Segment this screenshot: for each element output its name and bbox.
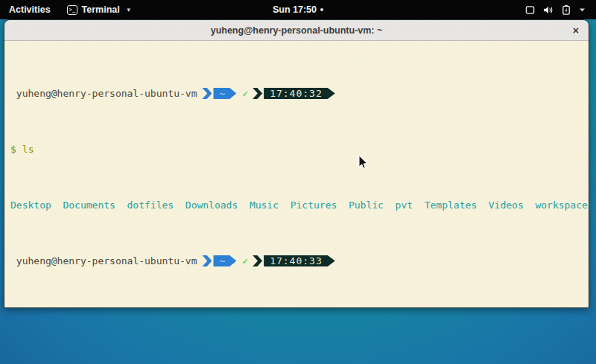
ls-output: Desktop Documents dotfiles Downloads Mus… bbox=[10, 199, 586, 211]
powerline-chevron-icon bbox=[202, 255, 212, 266]
clock-label[interactable]: Sun 17:50 bbox=[273, 4, 317, 15]
status-check-icon: ✓ bbox=[242, 255, 248, 266]
battery-charging-icon bbox=[562, 4, 571, 15]
prompt-user-host: yuheng@henry-personal-ubuntu-vm bbox=[10, 88, 197, 99]
top-bar: Activities >_ Terminal ▼ Sun 17:50 bbox=[0, 0, 596, 19]
powerline-chevron-icon bbox=[202, 88, 212, 99]
prompt-line-2: yuheng@henry-personal-ubuntu-vm ~ ✓ 17:4… bbox=[10, 255, 586, 266]
system-status-area[interactable] bbox=[519, 0, 592, 19]
activities-button[interactable]: Activities bbox=[0, 0, 60, 19]
command-line: $ ls bbox=[10, 144, 586, 155]
app-menu-terminal[interactable]: >_ Terminal ▼ bbox=[60, 0, 139, 19]
prompt-cwd-segment: ~ bbox=[213, 88, 236, 99]
window-title: yuheng@henry-personal-ubuntu-vm: ~ bbox=[211, 25, 383, 36]
powerline-chevron-icon bbox=[253, 88, 262, 99]
prompt-user-host: yuheng@henry-personal-ubuntu-vm bbox=[10, 255, 197, 266]
chevron-down-icon: ▼ bbox=[126, 7, 132, 13]
volume-icon bbox=[543, 5, 554, 15]
chevron-down-icon bbox=[579, 7, 586, 13]
screen-icon bbox=[525, 5, 535, 15]
typed-command: ls bbox=[22, 144, 34, 155]
terminal-screen[interactable]: yuheng@henry-personal-ubuntu-vm ~ ✓ 17:4… bbox=[4, 41, 589, 307]
powerline-chevron-icon bbox=[253, 255, 262, 266]
notification-dot-icon bbox=[320, 8, 323, 11]
terminal-icon: >_ bbox=[67, 5, 77, 15]
app-menu-label: Terminal bbox=[82, 4, 120, 15]
window-titlebar[interactable]: yuheng@henry-personal-ubuntu-vm: ~ × bbox=[4, 20, 589, 41]
prompt-time-segment: 17:40:32 bbox=[264, 88, 335, 99]
prompt-cwd-segment: ~ bbox=[213, 255, 236, 266]
close-icon[interactable]: × bbox=[573, 25, 579, 36]
status-check-icon: ✓ bbox=[242, 88, 248, 99]
terminal-window: yuheng@henry-personal-ubuntu-vm: ~ × yuh… bbox=[4, 19, 589, 308]
prompt-symbol: $ bbox=[10, 144, 16, 155]
prompt-time-segment: 17:40:33 bbox=[264, 255, 335, 266]
prompt-line-1: yuheng@henry-personal-ubuntu-vm ~ ✓ 17:4… bbox=[10, 88, 586, 99]
